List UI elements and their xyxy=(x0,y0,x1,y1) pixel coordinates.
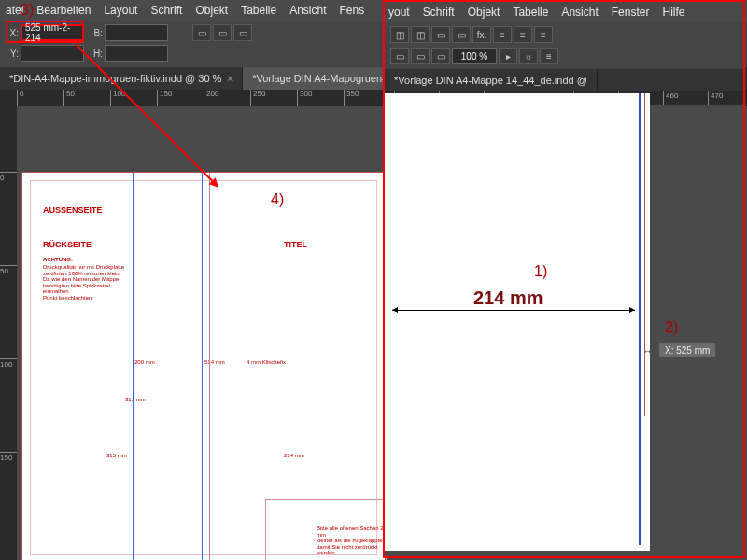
brightness-icon[interactable]: ☼ xyxy=(519,48,538,64)
dim-214: 214 mm xyxy=(284,453,304,459)
tool-icon[interactable]: ▭ xyxy=(411,48,430,64)
menu-schrift-r[interactable]: Schrift xyxy=(423,6,455,19)
resize-cursor-icon: ↔ xyxy=(642,345,653,357)
flap-outline xyxy=(265,499,387,560)
ruler-tick: 0 xyxy=(0,172,17,182)
measure-arrow xyxy=(392,310,635,311)
menu-bearbeiten[interactable]: Bearbeiten xyxy=(36,4,91,17)
para-align-icon[interactable]: ≡ xyxy=(514,26,532,43)
ruler-tick: 460 xyxy=(663,91,678,105)
b-input[interactable] xyxy=(105,24,168,41)
callout-3: 3) xyxy=(21,2,34,19)
tool-icon[interactable]: ▭ xyxy=(390,48,409,64)
control-bar-right: ◫ ◫ ▭ ▭ fx. ≡ ≡ ≡ ▭ ▭ ▭ 100 % ▸ ☼ ≡ xyxy=(385,22,743,69)
b-label: B: xyxy=(90,28,103,38)
align-icon-1[interactable]: ▭ xyxy=(192,24,211,41)
h-input[interactable] xyxy=(105,45,168,62)
measure-value: 214 mm xyxy=(473,287,543,309)
ruler-tick: 0 xyxy=(17,90,23,106)
y-label: Y: xyxy=(6,49,19,59)
zoom-input[interactable]: 100 % xyxy=(452,48,497,64)
ruler-tick: 350 xyxy=(344,90,359,106)
frame-edge xyxy=(644,93,645,416)
label-achtung: ACHTUNG: xyxy=(43,257,73,263)
tab-doc-1[interactable]: *DIN-A4-Mappe-immogruen-fiktiv.indd @ 30… xyxy=(0,67,243,90)
label-achtung-body: Druckqualität nur mit Druckplatte zertif… xyxy=(43,264,127,301)
tool-icon[interactable]: ◫ xyxy=(411,26,430,43)
ruler-tick: 50 xyxy=(0,265,17,275)
fx-icon[interactable]: fx. xyxy=(472,26,491,43)
guide-active-zoom[interactable] xyxy=(639,93,641,545)
guide[interactable] xyxy=(209,173,210,560)
highlight-box-x xyxy=(6,21,84,43)
ruler-tick: 50 xyxy=(63,90,75,106)
para-align-icon[interactable]: ≡ xyxy=(540,48,558,64)
tab-title: *Vorlage DIN A4-Mappe 14_44_de.indd @ xyxy=(394,75,587,86)
ruler-tick: 150 xyxy=(157,90,172,106)
align-icon-2[interactable]: ▭ xyxy=(213,24,232,41)
document-tabs-right: *Vorlage DIN A4-Mappe 14_44_de.indd @ xyxy=(385,69,743,91)
menu-hilfe-r[interactable]: Hilfe xyxy=(662,6,684,19)
y-input[interactable] xyxy=(21,45,84,62)
menu-tabelle-r[interactable]: Tabelle xyxy=(513,6,548,19)
callout-4: 4) xyxy=(271,191,284,208)
menu-ansicht[interactable]: Ansicht xyxy=(289,4,326,17)
page-zoomed xyxy=(385,93,650,551)
dim-200: 200 mm xyxy=(134,359,155,366)
ruler-tick: 250 xyxy=(250,90,265,106)
ruler-tick: 150 xyxy=(0,452,17,462)
menu-objekt[interactable]: Objekt xyxy=(195,4,228,17)
ruler-tick: 100 xyxy=(0,358,17,369)
menu-layout-r[interactable]: yout xyxy=(388,6,410,19)
page-spread: AUSSENSEITE RÜCKSEITE ACHTUNG: Druckqual… xyxy=(21,172,386,560)
dim-514: 514 mm xyxy=(204,359,225,366)
menu-schrift[interactable]: Schrift xyxy=(150,4,182,17)
dim-4khl: 4 mm Klischefix xyxy=(247,359,286,366)
menu-tabelle[interactable]: Tabelle xyxy=(241,4,276,17)
tooltip-x: X: 525 mm xyxy=(659,343,715,357)
para-align-icon[interactable]: ≡ xyxy=(493,26,512,43)
dim-311: 311 mm xyxy=(125,397,146,403)
tool-icon[interactable]: ▭ xyxy=(431,26,450,43)
ruler-tick: 470 xyxy=(708,91,723,105)
guide[interactable] xyxy=(133,173,134,560)
menu-bar-right: yout Schrift Objekt Tabelle Ansicht Fens… xyxy=(385,2,743,22)
menu-layout[interactable]: Layout xyxy=(104,4,137,17)
ruler-vertical: 0 50 100 150 xyxy=(0,106,17,560)
label-rueckseite: RÜCKSEITE xyxy=(43,240,92,249)
label-titel: TITEL xyxy=(284,240,307,249)
h-label: H: xyxy=(90,49,103,59)
menu-ansicht-r[interactable]: Ansicht xyxy=(561,6,598,19)
ruler-tick: 200 xyxy=(204,90,218,106)
tool-icon[interactable]: ▭ xyxy=(431,48,450,64)
menu-fenster-r[interactable]: Fenster xyxy=(612,6,650,19)
close-icon[interactable]: × xyxy=(227,74,233,84)
label-aussenseite: AUSSENSEITE xyxy=(43,205,103,215)
para-align-icon[interactable]: ≡ xyxy=(534,26,553,43)
menu-fenster[interactable]: Fens xyxy=(340,4,365,17)
guide[interactable] xyxy=(202,173,203,560)
align-icon-3[interactable]: ▭ xyxy=(233,24,252,41)
callout-1: 1) xyxy=(534,263,547,280)
menu-objekt-r[interactable]: Objekt xyxy=(468,6,500,19)
tool-icon[interactable]: ◫ xyxy=(390,26,409,43)
ruler-tick: 300 xyxy=(297,90,312,106)
callout-2: 2) xyxy=(665,319,678,336)
tool-icon[interactable]: ▭ xyxy=(452,26,471,43)
chevron-right-icon[interactable]: ▸ xyxy=(499,48,517,64)
dim-315: 315 mm xyxy=(106,453,127,459)
split-panel-right: yout Schrift Objekt Tabelle Ansicht Fens… xyxy=(383,0,745,558)
tab-doc-3[interactable]: *Vorlage DIN A4-Mappe 14_44_de.indd @ xyxy=(385,69,598,91)
